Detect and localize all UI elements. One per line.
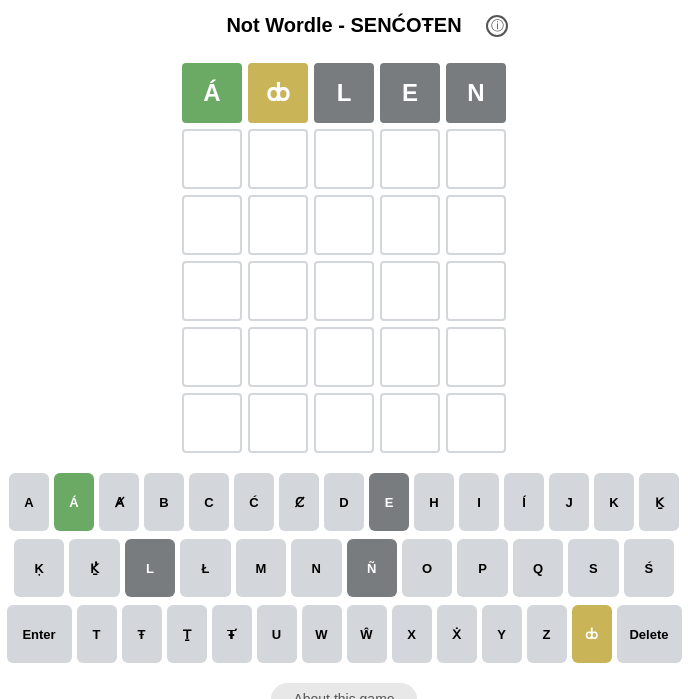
- key-d[interactable]: D: [324, 473, 364, 531]
- key-m[interactable]: M: [236, 539, 286, 597]
- key-i[interactable]: I: [459, 473, 499, 531]
- game-grid: Á ȸ L E N: [182, 63, 506, 453]
- key-t-bar[interactable]: Ŧ: [122, 605, 162, 663]
- grid-row: [182, 261, 506, 321]
- grid-cell: [248, 327, 308, 387]
- key-s[interactable]: S: [568, 539, 618, 597]
- key-delete[interactable]: Delete: [617, 605, 682, 663]
- key-c-acute[interactable]: Ć: [234, 473, 274, 531]
- keyboard-row: Enter T Ŧ Ṯ Ŧ̕ U W Ŵ X Ẋ Y Z ȸ Delete: [14, 605, 674, 663]
- key-k[interactable]: K: [594, 473, 634, 531]
- key-z[interactable]: Z: [527, 605, 567, 663]
- grid-cell: [314, 195, 374, 255]
- page-title: Not Wordle - SENĆOŦEN: [226, 14, 461, 37]
- key-u[interactable]: U: [257, 605, 297, 663]
- key-y[interactable]: Y: [482, 605, 522, 663]
- key-o[interactable]: O: [402, 539, 452, 597]
- grid-cell: [182, 129, 242, 189]
- grid-cell: [446, 393, 506, 453]
- key-n-tilde[interactable]: Ñ: [347, 539, 397, 597]
- grid-cell: [314, 261, 374, 321]
- grid-cell: [380, 327, 440, 387]
- grid-cell: E: [380, 63, 440, 123]
- info-icon[interactable]: ⓘ: [486, 15, 508, 37]
- key-b[interactable]: B: [144, 473, 184, 531]
- grid-row: [182, 195, 506, 255]
- grid-cell: [380, 129, 440, 189]
- key-x-dot[interactable]: Ẋ: [437, 605, 477, 663]
- grid-cell: Á: [182, 63, 242, 123]
- grid-cell: [446, 327, 506, 387]
- grid-cell: [314, 129, 374, 189]
- grid-row: [182, 129, 506, 189]
- grid-cell: [446, 129, 506, 189]
- grid-cell: [182, 195, 242, 255]
- key-x[interactable]: X: [392, 605, 432, 663]
- grid-cell: [446, 261, 506, 321]
- grid-cell: [380, 393, 440, 453]
- key-i-acute[interactable]: Í: [504, 473, 544, 531]
- grid-cell: [248, 393, 308, 453]
- key-c-stroke[interactable]: Ȼ: [279, 473, 319, 531]
- key-j[interactable]: J: [549, 473, 589, 531]
- key-t-line[interactable]: Ṯ: [167, 605, 207, 663]
- key-l[interactable]: L: [125, 539, 175, 597]
- grid-cell: ȸ: [248, 63, 308, 123]
- keyboard: A Á Ⱥ B C Ć Ȼ D E H I Í J K Ḵ Ķ Ḵ̓ L Ł M…: [14, 473, 674, 663]
- key-k-line2[interactable]: Ḵ̓: [69, 539, 119, 597]
- grid-cell: [248, 129, 308, 189]
- key-c[interactable]: C: [189, 473, 229, 531]
- key-enter[interactable]: Enter: [7, 605, 72, 663]
- grid-cell: [248, 261, 308, 321]
- key-t[interactable]: T: [77, 605, 117, 663]
- key-w-hat[interactable]: Ŵ: [347, 605, 387, 663]
- key-a-bar[interactable]: Ⱥ: [99, 473, 139, 531]
- about-button[interactable]: About this game: [271, 683, 416, 699]
- grid-row: [182, 327, 506, 387]
- grid-cell: [380, 195, 440, 255]
- grid-cell: [446, 195, 506, 255]
- key-k-line[interactable]: Ḵ: [639, 473, 679, 531]
- grid-cell: N: [446, 63, 506, 123]
- keyboard-row: A Á Ⱥ B C Ć Ȼ D E H I Í J K Ḵ: [14, 473, 674, 531]
- grid-cell: L: [314, 63, 374, 123]
- key-p[interactable]: P: [457, 539, 507, 597]
- key-a-acute[interactable]: Á: [54, 473, 94, 531]
- grid-cell: [182, 327, 242, 387]
- key-a[interactable]: A: [9, 473, 49, 531]
- key-s-acute[interactable]: Ś: [624, 539, 674, 597]
- key-l-stroke[interactable]: Ł: [180, 539, 230, 597]
- header: Not Wordle - SENĆOŦEN ⓘ: [0, 0, 688, 47]
- grid-cell: [248, 195, 308, 255]
- key-k-cedilla[interactable]: Ķ: [14, 539, 64, 597]
- grid-row: Á ȸ L E N: [182, 63, 506, 123]
- key-w[interactable]: W: [302, 605, 342, 663]
- keyboard-row: Ķ Ḵ̓ L Ł M N Ñ O P Q S Ś: [14, 539, 674, 597]
- key-n[interactable]: N: [291, 539, 341, 597]
- key-h[interactable]: H: [414, 473, 454, 531]
- key-q[interactable]: Q: [513, 539, 563, 597]
- grid-cell: [182, 393, 242, 453]
- key-special-dot[interactable]: ȸ: [572, 605, 612, 663]
- key-e[interactable]: E: [369, 473, 409, 531]
- grid-cell: [182, 261, 242, 321]
- grid-cell: [314, 327, 374, 387]
- grid-cell: [380, 261, 440, 321]
- grid-cell: [314, 393, 374, 453]
- key-t-bar2[interactable]: Ŧ̕: [212, 605, 252, 663]
- grid-row: [182, 393, 506, 453]
